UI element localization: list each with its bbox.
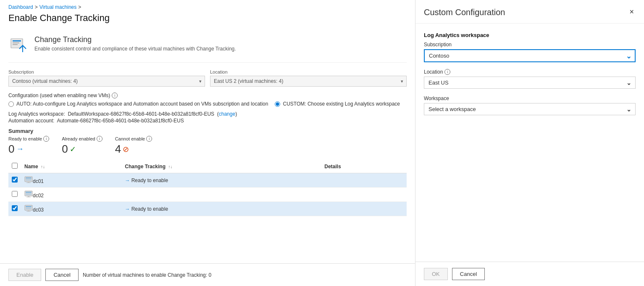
- right-panel-title: Custom Configuration: [424, 8, 505, 17]
- cancel-button[interactable]: Cancel: [45, 269, 78, 281]
- table-col-name: Name ↑↓: [21, 160, 121, 173]
- svg-rect-3: [13, 44, 18, 45]
- cannot-count-value: 4: [115, 143, 121, 156]
- svg-rect-2: [13, 42, 19, 43]
- ready-count: 0 →: [8, 143, 49, 156]
- status-arrow-icon: →: [125, 177, 130, 183]
- vm-table: Name ↑↓ Change Tracking ↑↓ Details dc01→…: [8, 160, 407, 216]
- ready-label: Ready to enable i: [8, 136, 49, 142]
- svg-rect-6: [26, 177, 32, 178]
- already-count-value: 0: [62, 143, 68, 156]
- log-analytics-label: Log Analytics workspace:: [8, 111, 65, 117]
- row-status-dc03: → Ready to enable: [121, 202, 321, 216]
- location-label: Location: [210, 69, 407, 74]
- ok-button[interactable]: OK: [424, 268, 448, 280]
- custom-radio[interactable]: [275, 101, 280, 107]
- config-radio-group: AUTO: Auto-configure Log Analytics works…: [8, 101, 407, 107]
- config-label: Configuration (used when enabling new VM…: [8, 93, 407, 98]
- location-dropdown[interactable]: East US: [424, 77, 636, 89]
- feature-header: Change Tracking Enable consistent contro…: [8, 29, 407, 63]
- svg-rect-17: [28, 210, 29, 211]
- workspace-dropdown[interactable]: Select a workspace: [424, 103, 636, 115]
- row-checkbox-dc01[interactable]: [12, 177, 18, 183]
- change-link[interactable]: change: [219, 111, 235, 117]
- subscription-filter: Subscription Contoso (virtual machines: …: [8, 69, 205, 87]
- col-name-label: Name: [24, 164, 38, 169]
- row-name-dc01: dc01: [21, 173, 121, 188]
- name-sort-icon[interactable]: ↑↓: [41, 164, 45, 169]
- breadcrumb-dashboard[interactable]: Dashboard: [8, 4, 33, 10]
- location-filter: Location East US 2 (virtual machines: 4): [210, 69, 407, 87]
- right-cancel-button[interactable]: Cancel: [452, 268, 485, 280]
- workspace-field-group: Workspace Select a workspace: [424, 95, 636, 115]
- select-all-checkbox[interactable]: [12, 163, 18, 169]
- log-analytics-value: DefaultWorkspace-68627f8c-65b8-4601-b48e…: [68, 111, 214, 117]
- status-text: Ready to enable: [131, 206, 168, 212]
- config-info-icon: i: [112, 93, 118, 98]
- log-analytics-section-label: Log Analytics workspace: [424, 32, 636, 38]
- row-details-dc02: [321, 188, 407, 202]
- ready-count-value: 0: [8, 143, 14, 156]
- configuration-row: Configuration (used when enabling new VM…: [8, 93, 407, 107]
- footer-note: Number of virtual machines to enable Cha…: [83, 272, 211, 278]
- cannot-info-icon: i: [146, 136, 152, 142]
- subscription-field-group: Subscription Contoso: [424, 42, 636, 62]
- left-footer: Enable Cancel Number of virtual machines…: [0, 263, 415, 286]
- feature-title: Change Tracking: [34, 35, 236, 44]
- workspace-field-label: Workspace: [424, 95, 636, 101]
- row-name-text: dc03: [33, 207, 44, 213]
- table-row: dc03→ Ready to enable: [8, 202, 407, 216]
- location-field-label: Location i: [424, 69, 636, 75]
- already-label-text: Already enabled: [62, 136, 95, 141]
- custom-radio-label: CUSTOM: Choose existing Log Analytics wo…: [283, 101, 400, 107]
- change-tracking-icon: [10, 37, 27, 54]
- breadcrumb-sep1: >: [35, 4, 38, 10]
- status-arrow-icon: →: [125, 206, 130, 212]
- right-panel: Custom Configuration × Log Analytics wor…: [415, 0, 644, 286]
- breadcrumb-vms[interactable]: Virtual machines: [39, 4, 77, 10]
- svg-rect-18: [26, 211, 31, 212]
- location-select-wrap: East US 2 (virtual machines: 4): [210, 76, 407, 87]
- svg-rect-11: [26, 192, 32, 193]
- enable-button[interactable]: Enable: [8, 269, 41, 281]
- page-title: Enable Change Tracking: [0, 12, 415, 29]
- workspace-info: Log Analytics workspace: DefaultWorkspac…: [8, 111, 407, 124]
- location-field-group: Location i East US: [424, 69, 636, 89]
- ct-sort-icon[interactable]: ↑↓: [168, 164, 172, 169]
- row-status-dc01: → Ready to enable: [121, 173, 321, 188]
- feature-info: Change Tracking Enable consistent contro…: [34, 35, 236, 52]
- subscription-select[interactable]: Contoso (virtual machines: 4): [8, 76, 205, 87]
- close-button[interactable]: ×: [628, 8, 636, 16]
- status-text: Ready to enable: [131, 177, 168, 183]
- automation-label: Automation account:: [8, 118, 54, 124]
- row-checkbox-cell-dc02: [8, 188, 21, 202]
- table-col-change-tracking: Change Tracking ↑↓: [121, 160, 321, 173]
- custom-radio-item[interactable]: CUSTOM: Choose existing Log Analytics wo…: [275, 101, 400, 107]
- breadcrumb: Dashboard > Virtual machines >: [0, 0, 415, 12]
- log-analytics-info: Log Analytics workspace: DefaultWorkspac…: [8, 111, 407, 117]
- breadcrumb-sep2: >: [78, 4, 81, 10]
- subscription-field-select-wrap: Contoso: [424, 49, 636, 62]
- subscription-dropdown[interactable]: Contoso: [424, 49, 636, 62]
- automation-info: Automation account: Automate-68627f8c-65…: [8, 118, 407, 124]
- auto-radio[interactable]: [8, 101, 14, 107]
- right-panel-header: Custom Configuration ×: [415, 0, 644, 24]
- row-status-dc02: [121, 188, 321, 202]
- already-info-icon: i: [97, 136, 103, 142]
- location-select[interactable]: East US 2 (virtual machines: 4): [210, 76, 407, 87]
- vm-icon: [24, 191, 33, 197]
- subscription-label: Subscription: [8, 69, 205, 74]
- subscription-field-label: Subscription: [424, 42, 636, 48]
- cannot-enable: Cannot enable i 4 ⊘: [115, 136, 152, 156]
- vm-icon: [24, 205, 33, 212]
- auto-radio-item[interactable]: AUTO: Auto-configure Log Analytics works…: [8, 101, 268, 107]
- already-count: 0 ✓: [62, 143, 103, 156]
- row-checkbox-dc03[interactable]: [12, 205, 18, 211]
- vm-icon: [24, 176, 33, 183]
- row-checkbox-dc02[interactable]: [12, 191, 18, 197]
- svg-rect-8: [26, 183, 31, 183]
- automation-value: Automate-68627f8c-65b8-4601-b48e-b032a81…: [57, 118, 184, 124]
- cannot-block-icon: ⊘: [123, 145, 129, 154]
- main-content: Change Tracking Enable consistent contro…: [0, 29, 415, 263]
- table-row: dc01→ Ready to enable: [8, 173, 407, 188]
